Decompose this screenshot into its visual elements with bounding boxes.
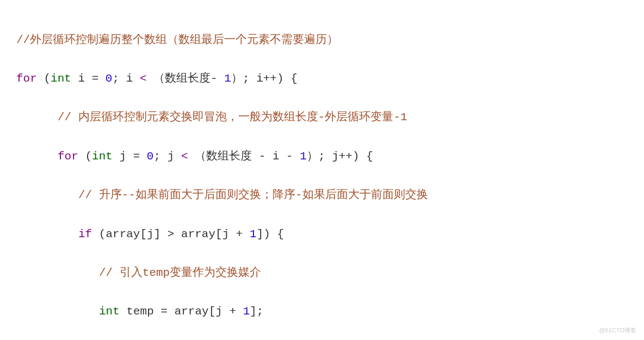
comment-outer-loop: //外层循环控制遍历整个数组（数组最后一个元素不需要遍历） [16,34,338,46]
keyword-for: for [58,150,78,163]
number-one: 1 [243,305,250,318]
type-int: int [99,305,120,318]
keyword-for: for [16,72,37,85]
watermark: @51CTO博客 [599,325,636,336]
comment-inner-loop: // 内层循环控制元素交换即冒泡，一般为数组长度-外层循环变量-1 [58,111,407,123]
text: (array[j] > array[j + [92,228,250,240]
comment-temp-var: // 引入temp变量作为交换媒介 [99,267,261,279]
number-one: 1 [250,228,257,240]
text: ]) { [257,228,284,240]
number-zero: 0 [106,72,113,85]
number-one: 1 [300,150,307,163]
type-int: int [92,150,113,163]
text: i = [71,72,106,85]
text: ]; [250,305,263,318]
number-zero: 0 [147,150,154,163]
keyword-if: if [78,228,92,240]
text: ( [78,150,92,163]
text: ; i [112,72,139,85]
text: temp = array[j + [120,305,243,318]
text: ）; i++) { [231,72,298,85]
operator-lt: < [181,150,188,163]
text: ( [37,72,51,85]
number-one: 1 [224,72,231,85]
operator-lt: < [140,72,147,85]
text: ; j [153,150,181,163]
text: ）; j++) { [307,150,373,163]
text: （数组长度 - i - [188,150,300,163]
comment-swap-condition: // 升序--如果前面大于后面则交换；降序-如果后面大于前面则交换 [78,189,428,201]
text: j = [113,150,147,163]
type-int: int [51,72,71,85]
text: （数组长度- [147,72,225,85]
code-snippet: //外层循环控制遍历整个数组（数组最后一个元素不需要遍历） for (int i… [16,11,628,340]
